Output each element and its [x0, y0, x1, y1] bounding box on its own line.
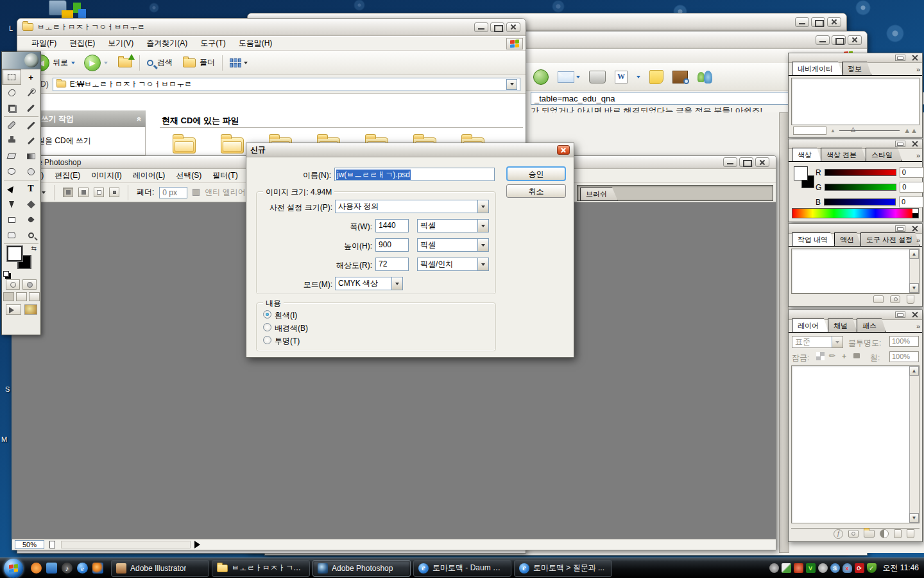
- scroll-up-icon[interactable]: ▲: [909, 249, 919, 259]
- scroll-up-icon[interactable]: ▲: [909, 366, 919, 376]
- pen-tool-icon[interactable]: [2, 197, 21, 212]
- panel-menu-icon[interactable]: »: [916, 66, 920, 73]
- minimize-button[interactable]: [795, 17, 809, 27]
- red-slider[interactable]: [825, 169, 896, 176]
- taskbar-button-photoshop[interactable]: Adobe Photoshop: [312, 560, 411, 577]
- imageready-icon[interactable]: [24, 304, 37, 315]
- research-icon[interactable]: [672, 71, 688, 83]
- antialias-checkbox[interactable]: [193, 189, 200, 196]
- path-select-tool-icon[interactable]: [2, 181, 21, 197]
- zoom-out-icon[interactable]: ▲: [830, 128, 835, 134]
- photoshop-toolbox[interactable]: + T ⇆: [1, 51, 41, 335]
- smudge-tool-icon[interactable]: [2, 164, 21, 179]
- history-brush-tool-icon[interactable]: [21, 133, 40, 148]
- tray-s-icon[interactable]: S: [830, 563, 840, 573]
- menu-layer[interactable]: 레이어(L): [133, 170, 166, 181]
- tray-security-shield-icon[interactable]: ✓: [867, 563, 877, 573]
- menu-file[interactable]: 파일(F): [31, 38, 56, 49]
- menu-tools[interactable]: 도구(T): [200, 38, 225, 49]
- lasso-tool-icon[interactable]: [2, 85, 21, 100]
- new-document-dialog[interactable]: 신규 이름(N): jw(ㅂㅡㄹㄹㅐㄱ).psd 승인 취소 이미지 크기: 4…: [246, 143, 574, 358]
- close-button[interactable]: [506, 22, 520, 32]
- foreground-color-swatch[interactable]: [7, 246, 22, 261]
- dropdown-arrow-icon[interactable]: [832, 337, 843, 347]
- green-slider[interactable]: [825, 184, 896, 191]
- tab-styles[interactable]: 스타일: [866, 148, 902, 161]
- collapse-chevron-icon[interactable]: »: [133, 116, 143, 121]
- menu-edit[interactable]: 편집(E): [69, 38, 95, 49]
- internet-explorer-icon[interactable]: e: [77, 563, 88, 574]
- tray-messenger-offline-icon[interactable]: x: [843, 563, 852, 573]
- media-player-icon[interactable]: ♪: [62, 563, 73, 574]
- panel-minimize-icon[interactable]: [895, 141, 905, 147]
- radio-white[interactable]: [263, 310, 271, 319]
- marquee-tool-icon[interactable]: [2, 69, 21, 85]
- status-arrow-icon[interactable]: [194, 541, 200, 548]
- notes-icon[interactable]: [649, 70, 663, 84]
- hand-tool-icon[interactable]: [2, 227, 21, 243]
- restore-button[interactable]: [739, 157, 753, 167]
- layer-style-icon[interactable]: f: [834, 529, 843, 539]
- tab-layers[interactable]: 레이어: [792, 319, 828, 332]
- width-unit-dropdown[interactable]: 픽셀: [417, 219, 489, 232]
- close-button[interactable]: [755, 157, 769, 167]
- zoom-slider[interactable]: △: [839, 130, 900, 131]
- zoom-percent-field[interactable]: 50%: [15, 540, 44, 549]
- tab-actions[interactable]: 액션: [834, 232, 861, 246]
- up-button[interactable]: [118, 58, 132, 67]
- adjustment-layer-icon[interactable]: [880, 529, 889, 538]
- standard-mode-button[interactable]: [6, 279, 20, 290]
- resolution-input[interactable]: 72: [375, 258, 409, 271]
- panel-titlebar[interactable]: [789, 53, 922, 63]
- desktop-app-icon[interactable]: [62, 3, 86, 19]
- tab-history[interactable]: 작업 내역: [792, 232, 835, 246]
- menu-help[interactable]: 도움말(H): [239, 38, 273, 49]
- address-field[interactable]: E:₩ㅂㅗㄹㅏㅁㅈㅏㄱㅇㅓㅂㅁㅜㄹ: [53, 78, 520, 91]
- address-dropdown-button[interactable]: [506, 79, 517, 90]
- height-input[interactable]: 900: [375, 238, 409, 252]
- blue-slider[interactable]: [824, 198, 896, 206]
- cancel-button[interactable]: 취소: [506, 184, 566, 198]
- quicklaunch-icon-2[interactable]: [46, 563, 57, 574]
- zoom-in-icon[interactable]: ▲▲: [903, 127, 918, 134]
- gradient-tool-icon[interactable]: [21, 148, 40, 164]
- minimize-button[interactable]: [723, 157, 737, 167]
- close-icon[interactable]: [911, 54, 919, 62]
- dropdown-arrow-icon[interactable]: [477, 220, 488, 232]
- blue-value[interactable]: 0: [899, 197, 923, 207]
- panel-minimize-icon[interactable]: [895, 311, 905, 318]
- scrollbar[interactable]: ▲ ▼: [909, 249, 919, 293]
- sponge-tool-icon[interactable]: [21, 164, 40, 179]
- folder-item[interactable]: [173, 137, 196, 153]
- eraser-tool-icon[interactable]: [2, 148, 21, 164]
- resolution-unit-dropdown[interactable]: 픽셀/인치: [417, 258, 489, 271]
- folder-item[interactable]: [221, 137, 244, 153]
- scroll-down-icon[interactable]: ▼: [909, 513, 919, 523]
- mode-dropdown[interactable]: CMYK 색상: [335, 277, 403, 290]
- tab-navigator[interactable]: 내비게이터: [792, 62, 843, 75]
- menu-image[interactable]: 이미지(I): [91, 170, 121, 181]
- dropdown-arrow-icon[interactable]: [477, 258, 488, 270]
- history-list[interactable]: ▲ ▼: [791, 249, 920, 293]
- tray-agent-icon[interactable]: [818, 563, 828, 573]
- views-button[interactable]: [230, 58, 248, 67]
- lock-move-icon[interactable]: +: [842, 352, 846, 361]
- panel-minimize-icon[interactable]: [895, 225, 905, 232]
- scrollbar[interactable]: ▲ ▼: [909, 366, 919, 523]
- new-layer-icon[interactable]: [894, 529, 902, 538]
- close-icon[interactable]: [911, 311, 919, 319]
- forward-button[interactable]: ▶: [84, 55, 108, 71]
- tab-swatches[interactable]: 색상 견본: [821, 148, 866, 161]
- taskbar-button-daum[interactable]: e 토마토맥 - Daum 통...: [413, 560, 511, 577]
- slice-tool-icon[interactable]: [21, 100, 40, 116]
- folders-button[interactable]: 폴더: [183, 57, 215, 68]
- panel-menu-icon[interactable]: »: [916, 236, 920, 244]
- history-icon[interactable]: [533, 69, 549, 85]
- healing-brush-tool-icon[interactable]: [2, 118, 21, 133]
- panel-minimize-icon[interactable]: [895, 55, 905, 61]
- dropdown-arrow-icon[interactable]: [391, 277, 402, 290]
- screen-mode-full-menubar-button[interactable]: [16, 292, 27, 301]
- crop-tool-icon[interactable]: [2, 100, 21, 116]
- brushes-palette-tab[interactable]: 브러쉬: [580, 188, 618, 201]
- document-icon[interactable]: [49, 541, 55, 548]
